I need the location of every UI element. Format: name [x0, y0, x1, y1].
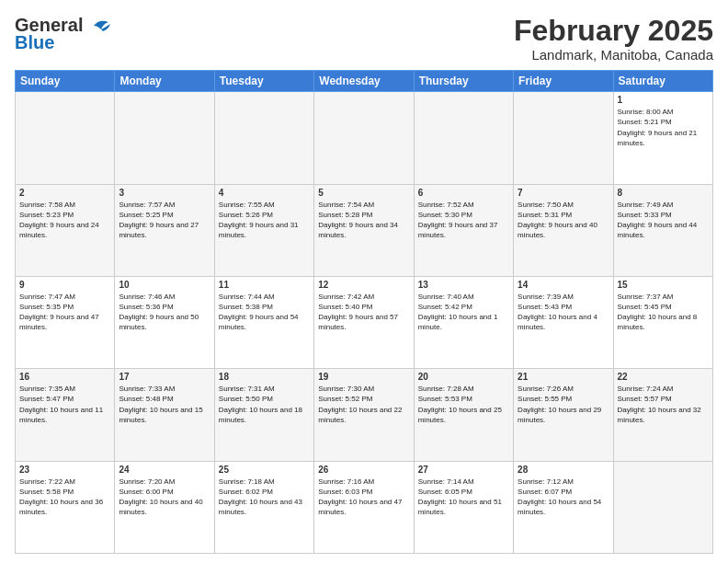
table-row: 17Sunrise: 7:33 AM Sunset: 5:48 PM Dayli…	[115, 369, 214, 461]
calendar-table: Sunday Monday Tuesday Wednesday Thursday…	[15, 70, 713, 554]
day-number: 5	[318, 188, 409, 198]
day-number: 3	[119, 188, 210, 198]
table-row	[314, 92, 414, 184]
table-row: 12Sunrise: 7:42 AM Sunset: 5:40 PM Dayli…	[314, 276, 414, 368]
calendar-header-row: Sunday Monday Tuesday Wednesday Thursday…	[16, 71, 713, 92]
day-info: Sunrise: 7:37 AM Sunset: 5:45 PM Dayligh…	[618, 292, 709, 333]
logo-bird-icon	[85, 17, 114, 35]
day-number: 9	[19, 280, 110, 290]
table-row: 2Sunrise: 7:58 AM Sunset: 5:23 PM Daylig…	[16, 184, 115, 276]
table-row: 22Sunrise: 7:24 AM Sunset: 5:57 PM Dayli…	[613, 369, 712, 461]
table-row: 26Sunrise: 7:16 AM Sunset: 6:03 PM Dayli…	[314, 461, 414, 553]
day-number: 20	[418, 372, 509, 382]
table-row	[16, 92, 115, 184]
month-title: February 2025	[514, 15, 713, 47]
day-number: 25	[219, 465, 310, 475]
day-info: Sunrise: 7:49 AM Sunset: 5:33 PM Dayligh…	[618, 200, 709, 241]
day-info: Sunrise: 7:33 AM Sunset: 5:48 PM Dayligh…	[119, 384, 210, 425]
table-row: 7Sunrise: 7:50 AM Sunset: 5:31 PM Daylig…	[514, 184, 613, 276]
table-row: 9Sunrise: 7:47 AM Sunset: 5:35 PM Daylig…	[16, 276, 115, 368]
day-number: 28	[518, 465, 609, 475]
day-info: Sunrise: 7:30 AM Sunset: 5:52 PM Dayligh…	[318, 384, 409, 425]
day-number: 4	[219, 188, 310, 198]
day-info: Sunrise: 7:55 AM Sunset: 5:26 PM Dayligh…	[219, 200, 310, 241]
day-number: 23	[19, 465, 110, 475]
table-row: 4Sunrise: 7:55 AM Sunset: 5:26 PM Daylig…	[214, 184, 313, 276]
day-info: Sunrise: 7:39 AM Sunset: 5:43 PM Dayligh…	[518, 292, 609, 333]
day-number: 13	[418, 280, 509, 290]
day-info: Sunrise: 7:28 AM Sunset: 5:53 PM Dayligh…	[418, 384, 509, 425]
header-sunday: Sunday	[16, 71, 115, 92]
table-row: 11Sunrise: 7:44 AM Sunset: 5:38 PM Dayli…	[214, 276, 313, 368]
day-number: 17	[119, 372, 210, 382]
day-number: 26	[318, 465, 409, 475]
table-row	[115, 92, 214, 184]
table-row: 14Sunrise: 7:39 AM Sunset: 5:43 PM Dayli…	[514, 276, 613, 368]
header-tuesday: Tuesday	[214, 71, 313, 92]
day-number: 8	[618, 188, 709, 198]
table-row: 20Sunrise: 7:28 AM Sunset: 5:53 PM Dayli…	[414, 369, 513, 461]
table-row: 6Sunrise: 7:52 AM Sunset: 5:30 PM Daylig…	[414, 184, 513, 276]
table-row: 8Sunrise: 7:49 AM Sunset: 5:33 PM Daylig…	[613, 184, 712, 276]
day-number: 2	[19, 188, 110, 198]
day-info: Sunrise: 7:12 AM Sunset: 6:07 PM Dayligh…	[518, 477, 609, 518]
day-number: 12	[318, 280, 409, 290]
header-thursday: Thursday	[414, 71, 513, 92]
day-info: Sunrise: 7:18 AM Sunset: 6:02 PM Dayligh…	[219, 477, 310, 518]
table-row: 21Sunrise: 7:26 AM Sunset: 5:55 PM Dayli…	[514, 369, 613, 461]
table-row: 16Sunrise: 7:35 AM Sunset: 5:47 PM Dayli…	[16, 369, 115, 461]
table-row: 25Sunrise: 7:18 AM Sunset: 6:02 PM Dayli…	[214, 461, 313, 553]
day-number: 10	[119, 280, 210, 290]
table-row: 19Sunrise: 7:30 AM Sunset: 5:52 PM Dayli…	[314, 369, 414, 461]
table-row: 3Sunrise: 7:57 AM Sunset: 5:25 PM Daylig…	[115, 184, 214, 276]
header: General Blue February 2025 Landmark, Man…	[15, 15, 713, 63]
day-info: Sunrise: 7:35 AM Sunset: 5:47 PM Dayligh…	[19, 384, 110, 425]
table-row: 5Sunrise: 7:54 AM Sunset: 5:28 PM Daylig…	[314, 184, 414, 276]
page-container: General Blue February 2025 Landmark, Man…	[0, 0, 728, 563]
day-info: Sunrise: 7:50 AM Sunset: 5:31 PM Dayligh…	[518, 200, 609, 241]
logo: General Blue	[15, 15, 116, 53]
day-number: 16	[19, 372, 110, 382]
calendar-week-row: 9Sunrise: 7:47 AM Sunset: 5:35 PM Daylig…	[16, 276, 713, 368]
day-info: Sunrise: 7:26 AM Sunset: 5:55 PM Dayligh…	[518, 384, 609, 425]
calendar-week-row: 2Sunrise: 7:58 AM Sunset: 5:23 PM Daylig…	[16, 184, 713, 276]
day-info: Sunrise: 7:31 AM Sunset: 5:50 PM Dayligh…	[219, 384, 310, 425]
table-row: 1Sunrise: 8:00 AM Sunset: 5:21 PM Daylig…	[613, 92, 712, 184]
day-number: 6	[418, 188, 509, 198]
day-info: Sunrise: 7:24 AM Sunset: 5:57 PM Dayligh…	[618, 384, 709, 425]
day-number: 1	[618, 95, 709, 105]
day-number: 22	[618, 372, 709, 382]
table-row: 27Sunrise: 7:14 AM Sunset: 6:05 PM Dayli…	[414, 461, 513, 553]
day-number: 21	[518, 372, 609, 382]
day-info: Sunrise: 7:57 AM Sunset: 5:25 PM Dayligh…	[119, 200, 210, 241]
title-block: February 2025 Landmark, Manitoba, Canada	[514, 15, 713, 63]
table-row	[214, 92, 313, 184]
day-info: Sunrise: 7:40 AM Sunset: 5:42 PM Dayligh…	[418, 292, 509, 333]
table-row	[414, 92, 513, 184]
table-row: 15Sunrise: 7:37 AM Sunset: 5:45 PM Dayli…	[613, 276, 712, 368]
location-title: Landmark, Manitoba, Canada	[514, 47, 713, 63]
day-info: Sunrise: 8:00 AM Sunset: 5:21 PM Dayligh…	[618, 107, 709, 148]
day-info: Sunrise: 7:44 AM Sunset: 5:38 PM Dayligh…	[219, 292, 310, 333]
day-info: Sunrise: 7:47 AM Sunset: 5:35 PM Dayligh…	[19, 292, 110, 333]
day-number: 24	[119, 465, 210, 475]
day-number: 19	[318, 372, 409, 382]
calendar-week-row: 23Sunrise: 7:22 AM Sunset: 5:58 PM Dayli…	[16, 461, 713, 553]
day-info: Sunrise: 7:42 AM Sunset: 5:40 PM Dayligh…	[318, 292, 409, 333]
table-row: 28Sunrise: 7:12 AM Sunset: 6:07 PM Dayli…	[514, 461, 613, 553]
day-number: 7	[518, 188, 609, 198]
table-row: 24Sunrise: 7:20 AM Sunset: 6:00 PM Dayli…	[115, 461, 214, 553]
header-friday: Friday	[514, 71, 613, 92]
day-info: Sunrise: 7:22 AM Sunset: 5:58 PM Dayligh…	[19, 477, 110, 518]
day-info: Sunrise: 7:46 AM Sunset: 5:36 PM Dayligh…	[119, 292, 210, 333]
table-row	[613, 461, 712, 553]
table-row: 10Sunrise: 7:46 AM Sunset: 5:36 PM Dayli…	[115, 276, 214, 368]
day-info: Sunrise: 7:52 AM Sunset: 5:30 PM Dayligh…	[418, 200, 509, 241]
day-info: Sunrise: 7:58 AM Sunset: 5:23 PM Dayligh…	[19, 200, 110, 241]
table-row: 18Sunrise: 7:31 AM Sunset: 5:50 PM Dayli…	[214, 369, 313, 461]
calendar-week-row: 1Sunrise: 8:00 AM Sunset: 5:21 PM Daylig…	[16, 92, 713, 184]
day-number: 18	[219, 372, 310, 382]
day-info: Sunrise: 7:20 AM Sunset: 6:00 PM Dayligh…	[119, 477, 210, 518]
calendar-week-row: 16Sunrise: 7:35 AM Sunset: 5:47 PM Dayli…	[16, 369, 713, 461]
day-info: Sunrise: 7:14 AM Sunset: 6:05 PM Dayligh…	[418, 477, 509, 518]
